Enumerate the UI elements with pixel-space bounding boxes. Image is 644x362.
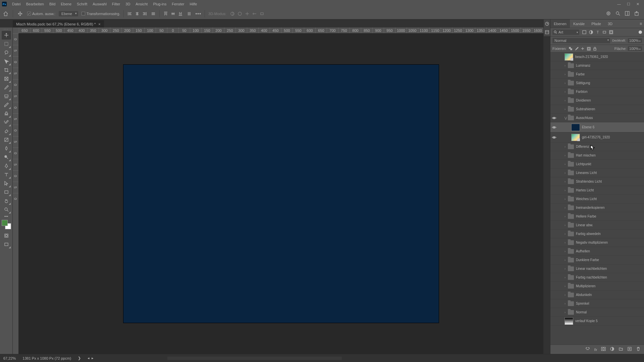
delete-layer-icon[interactable]: [636, 347, 641, 352]
disclosure-triangle-icon[interactable]: ›: [565, 232, 568, 236]
transform-controls-checkbox[interactable]: Transformationsstrg.: [82, 12, 120, 16]
blend-mode-select[interactable]: Normal: [552, 38, 610, 43]
align-center-h-icon[interactable]: [135, 11, 140, 16]
layer-name[interactable]: Ebene 6: [582, 125, 594, 129]
filter-smart-icon[interactable]: [609, 30, 613, 35]
distribute-v-icon[interactable]: [186, 11, 192, 16]
disclosure-triangle-icon[interactable]: ›: [565, 73, 568, 76]
fill-input[interactable]: 100%: [628, 46, 642, 51]
layer-name[interactable]: beach-2179361_1920: [575, 55, 608, 59]
layer-group[interactable]: ›Strahlendes Licht: [550, 177, 644, 186]
layer-group[interactable]: ›Abdunkeln: [550, 291, 644, 299]
search-icon[interactable]: [615, 11, 621, 17]
menu-bearbeiten[interactable]: Bearbeiten: [23, 2, 47, 6]
layer-group[interactable]: ›Multiplizieren: [550, 282, 644, 291]
layer-name[interactable]: Sprenkel: [576, 302, 589, 305]
new-group-icon[interactable]: [619, 347, 623, 352]
disclosure-triangle-icon[interactable]: ›: [565, 99, 568, 102]
layer-group[interactable]: ›Sprenkel: [550, 299, 644, 308]
disclosure-triangle-icon[interactable]: ›: [565, 81, 568, 85]
close-button[interactable]: ✕: [636, 2, 639, 6]
eraser-tool[interactable]: [2, 127, 11, 135]
disclosure-triangle-icon[interactable]: ›: [565, 171, 568, 175]
layer-name[interactable]: Lichtpunkt: [576, 162, 591, 166]
layer-group[interactable]: ›Linear nachbelichten: [550, 264, 644, 273]
filter-toggle[interactable]: [639, 31, 642, 34]
layer-thumbnail[interactable]: [571, 134, 580, 141]
layer-name[interactable]: Strahlendes Licht: [576, 180, 602, 183]
pen-tool[interactable]: [2, 162, 11, 170]
filter-shape-icon[interactable]: [602, 30, 607, 35]
minimize-button[interactable]: —: [617, 2, 621, 6]
menu-fenster[interactable]: Fenster: [169, 2, 187, 6]
layer-group[interactable]: ›Dividieren: [550, 96, 644, 105]
align-right-icon[interactable]: [142, 11, 147, 16]
layer-group[interactable]: ›Linear abw.: [550, 221, 644, 230]
lasso-tool[interactable]: [2, 48, 11, 57]
layer-thumbnail[interactable]: [565, 53, 573, 61]
layer-row[interactable]: verlauf Kopie 5: [550, 317, 644, 325]
distribute-icon[interactable]: [151, 11, 156, 16]
prev-nav-icon[interactable]: ◂: [88, 356, 90, 360]
layer-group[interactable]: ›Hart mischen: [550, 151, 644, 160]
layer-group[interactable]: ›Farbig nachbelichten: [550, 273, 644, 282]
dodge-tool[interactable]: [2, 153, 11, 162]
layer-group[interactable]: ›Subtrahieren: [550, 105, 644, 114]
layer-name[interactable]: Sättigung: [576, 81, 590, 85]
visibility-toggle[interactable]: [550, 116, 558, 120]
visibility-toggle[interactable]: [550, 136, 558, 139]
next-nav-icon[interactable]: ▸: [92, 356, 94, 360]
layer-group[interactable]: ›Lineares Licht: [550, 169, 644, 177]
layer-name[interactable]: Abdunkeln: [576, 293, 592, 297]
lock-pixels-icon[interactable]: [575, 47, 579, 51]
menu-ansicht[interactable]: Ansicht: [133, 2, 150, 6]
disclosure-triangle-icon[interactable]: ›: [565, 224, 568, 227]
align-bottom-icon[interactable]: [178, 11, 183, 16]
quick-mask-tool[interactable]: [2, 231, 11, 240]
disclosure-triangle-icon[interactable]: ›: [565, 145, 568, 148]
disclosure-triangle-icon[interactable]: ›: [565, 197, 568, 201]
quick-select-tool[interactable]: [2, 57, 11, 66]
blur-tool[interactable]: [2, 144, 11, 153]
tab-paths[interactable]: Pfade: [588, 19, 604, 28]
menu-filter[interactable]: Filter: [109, 2, 123, 6]
auto-select-target-select[interactable]: Ebene: [59, 11, 78, 16]
tab-channels[interactable]: Kanäle: [570, 19, 588, 28]
properties-panel-icon[interactable]: [545, 30, 549, 35]
document-canvas[interactable]: [123, 65, 439, 323]
layer-name[interactable]: Weiches Licht: [576, 197, 597, 201]
disclosure-triangle-icon[interactable]: ›: [565, 276, 568, 279]
layer-name[interactable]: Subtrahieren: [576, 107, 595, 111]
layer-fx-icon[interactable]: fx: [594, 348, 597, 352]
disclosure-triangle-icon[interactable]: ⋁: [565, 116, 568, 120]
lock-transparency-icon[interactable]: [569, 47, 573, 51]
layer-group[interactable]: ›Farbig abwedeln: [550, 230, 644, 238]
cloud-icon[interactable]: [606, 11, 611, 17]
hand-tool[interactable]: [2, 196, 11, 205]
foreground-color-swatch[interactable]: [2, 220, 8, 226]
layer-filter-kind-select[interactable]: Art: [552, 29, 579, 35]
layer-name[interactable]: Normal: [576, 310, 587, 314]
disclosure-triangle-icon[interactable]: ›: [565, 163, 568, 166]
layer-group[interactable]: ›Negativ multiplizieren: [550, 238, 644, 247]
disclosure-triangle-icon[interactable]: ›: [565, 108, 568, 111]
menu-auswahl[interactable]: Auswahl: [90, 2, 109, 6]
horizontal-ruler[interactable]: 6506005505004504003503002502001501005005…: [19, 27, 543, 34]
layer-group[interactable]: ›Farbe: [550, 70, 644, 79]
lock-all-icon[interactable]: [593, 47, 597, 51]
rectangle-tool[interactable]: [2, 188, 11, 196]
layer-name[interactable]: Luminanz: [576, 64, 590, 67]
canvas-viewport[interactable]: [19, 34, 543, 354]
tab-3d[interactable]: 3D: [604, 19, 616, 28]
layer-name[interactable]: Aufhellen: [576, 249, 590, 253]
layer-name[interactable]: Dunklere Farbe: [576, 258, 599, 262]
layer-group[interactable]: ›Farbton: [550, 87, 644, 96]
layer-name[interactable]: Multiplizieren: [576, 284, 595, 288]
share-icon[interactable]: [634, 11, 639, 17]
disclosure-triangle-icon[interactable]: ›: [565, 250, 568, 253]
lock-position-icon[interactable]: [581, 47, 585, 51]
path-select-tool[interactable]: [2, 179, 11, 188]
filter-adjustment-icon[interactable]: [589, 30, 593, 35]
menu-ebene[interactable]: Ebene: [58, 2, 74, 6]
layer-name[interactable]: Dividieren: [576, 99, 591, 102]
